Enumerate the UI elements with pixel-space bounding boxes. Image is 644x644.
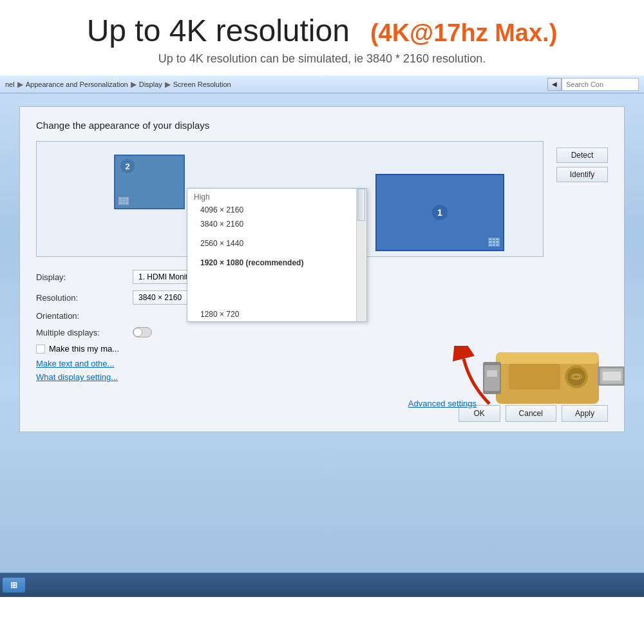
scrollbar-track [357, 189, 366, 321]
monitor-2[interactable]: 2 [114, 155, 185, 209]
detect-button[interactable]: Detect [556, 147, 608, 163]
svg-rect-5 [487, 370, 497, 377]
monitor-2-label: 2 [120, 159, 135, 173]
dialog-title: Change the appearance of your displays [36, 120, 608, 131]
taskbar: ⊞ [0, 573, 644, 597]
monitor-1-icon [487, 236, 501, 248]
win7-area: nel ▶ Appearance and Personalization ▶ D… [0, 75, 644, 597]
dropdown-item-4[interactable]: 1280 × 720 [187, 307, 366, 321]
dropdown-divider-3 [187, 270, 366, 275]
dropdown-item-3[interactable]: 1920 × 1080 (recommended) [187, 256, 366, 270]
resolution-value: 3840 × 2160 [138, 293, 182, 302]
make-main-checkbox[interactable] [36, 345, 45, 354]
resolution-label: Resolution: [36, 293, 133, 303]
make-main-label: Make this my ma... [49, 344, 119, 354]
svg-rect-6 [509, 364, 560, 390]
dropdown-divider-2 [187, 251, 366, 256]
path-part-1[interactable]: Appearance and Personalization [26, 80, 128, 88]
top-section: Up to 4K resolution (4K@17hz Max.) Up to… [0, 0, 644, 75]
address-bar: nel ▶ Appearance and Personalization ▶ D… [0, 75, 644, 93]
multiple-displays-toggle[interactable] [133, 327, 152, 337]
subtitle: Up to 4K resolution can be simulated, ie… [26, 52, 618, 66]
svg-rect-13 [603, 372, 621, 381]
dropdown-item-2[interactable]: 2560 × 1440 [187, 236, 366, 251]
main-title: Up to 4K resolution [87, 13, 350, 48]
advanced-settings-container: Advanced settings [408, 397, 477, 409]
usb-adapter [483, 327, 625, 430]
dropdown-divider [187, 231, 366, 236]
address-search-input[interactable] [562, 78, 639, 91]
path-sep-1: ▶ [17, 80, 23, 89]
taskbar-start-button[interactable]: ⊞ [3, 578, 25, 592]
identify-button[interactable]: Identify [556, 167, 608, 182]
nav-back-button[interactable]: ◀ [547, 78, 562, 91]
svg-rect-2 [496, 352, 599, 364]
dropdown-label: High [187, 189, 366, 203]
address-path: nel ▶ Appearance and Personalization ▶ D… [5, 80, 546, 89]
toggle-knob [133, 328, 142, 337]
path-part-0: nel [5, 80, 15, 88]
dropdown-item-0[interactable]: 4096 × 2160 [187, 203, 366, 217]
highlight-text: (4K@17hz Max.) [370, 19, 557, 47]
svg-rect-4 [484, 365, 500, 391]
path-sep-3: ▶ [165, 80, 171, 89]
monitor-1-label: 1 [432, 205, 448, 220]
orientation-label: Orientation: [36, 311, 133, 321]
display-label: Display: [36, 272, 133, 282]
advanced-settings-link[interactable]: Advanced settings [408, 399, 477, 408]
resolution-dropdown-popup: High 4096 × 2160 3840 × 2160 2560 × 1440… [187, 188, 367, 322]
dropdown-scrollbar[interactable] [356, 189, 366, 321]
monitor-1[interactable]: 1 [375, 174, 504, 251]
path-part-2[interactable]: Display [139, 80, 162, 88]
path-part-3[interactable]: Screen Resolution [173, 80, 231, 88]
multiple-displays-label: Multiple displays: [36, 328, 133, 337]
monitor-2-icon [117, 196, 130, 206]
scrollbar-thumb[interactable] [357, 189, 365, 221]
preview-buttons: Detect Identify [556, 141, 608, 182]
svg-point-8 [567, 368, 585, 386]
path-sep-2: ▶ [131, 80, 137, 89]
dropdown-item-1[interactable]: 3840 × 2160 [187, 217, 366, 231]
